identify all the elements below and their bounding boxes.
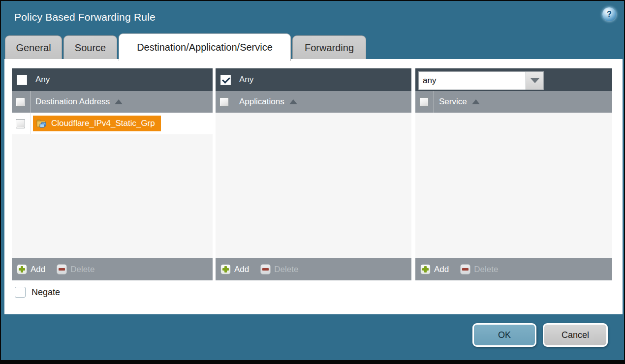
tab-general[interactable]: General: [5, 35, 62, 60]
ok-button[interactable]: OK: [472, 323, 536, 347]
dialog-title: Policy Based Forwarding Rule: [1, 11, 156, 23]
destination-list: Cloudflare_IPv4_Static_Grp: [12, 113, 213, 258]
applications-header[interactable]: Applications: [216, 91, 411, 113]
destination-any-bar: Any: [12, 68, 213, 91]
destination-header-label: Destination Address: [35, 97, 110, 107]
service-add-icon[interactable]: [420, 264, 431, 274]
applications-delete-button[interactable]: Delete: [274, 265, 298, 274]
applications-column: Any Applications Add Delete: [216, 68, 411, 280]
chevron-down-icon: [531, 78, 539, 83]
applications-header-label: Applications: [239, 97, 284, 107]
service-list: [415, 113, 612, 258]
destination-add-icon[interactable]: [17, 264, 27, 274]
destination-selected-item[interactable]: Cloudflare_IPv4_Static_Grp: [33, 116, 161, 131]
tab-content-panel: Any Destination Address: [4, 59, 623, 314]
destination-row-cloudflare[interactable]: Cloudflare_IPv4_Static_Grp: [12, 113, 213, 134]
tab-source[interactable]: Source: [63, 35, 117, 60]
negate-checkbox[interactable]: [15, 287, 26, 298]
service-dropdown-input[interactable]: [418, 71, 526, 90]
destination-any-label: Any: [35, 75, 50, 85]
service-dropdown-button[interactable]: [526, 71, 544, 90]
dialog-actions: OK Cancel: [472, 323, 608, 347]
destination-row-checkbox[interactable]: [16, 119, 25, 128]
service-header[interactable]: Service: [415, 91, 612, 113]
destination-toolbar: Add Delete: [12, 258, 213, 280]
service-select-all-checkbox[interactable]: [419, 97, 429, 107]
service-toolbar: Add Delete: [415, 258, 612, 280]
applications-select-all-checkbox[interactable]: [219, 97, 229, 107]
cancel-button[interactable]: Cancel: [543, 323, 608, 347]
service-any-bar: [415, 68, 612, 91]
sort-ascending-icon: [289, 99, 297, 104]
negate-row: Negate: [15, 287, 60, 298]
address-group-icon: [36, 119, 47, 128]
service-column: Service Add Delete: [415, 68, 612, 280]
applications-any-checkbox[interactable]: [220, 75, 231, 85]
sort-ascending-icon: [115, 99, 123, 104]
applications-add-button[interactable]: Add: [234, 265, 249, 274]
destination-delete-icon[interactable]: [57, 264, 67, 274]
sort-ascending-icon: [472, 99, 480, 104]
service-delete-icon[interactable]: [460, 264, 470, 274]
tab-destination-application-service[interactable]: Destination/Application/Service: [119, 33, 291, 61]
applications-toolbar: Add Delete: [216, 258, 411, 280]
help-icon[interactable]: ?: [602, 7, 616, 21]
service-delete-button[interactable]: Delete: [474, 265, 498, 274]
applications-add-icon[interactable]: [220, 264, 231, 274]
destination-delete-button[interactable]: Delete: [70, 265, 94, 274]
destination-address-header[interactable]: Destination Address: [12, 91, 213, 113]
destination-address-column: Any Destination Address: [12, 68, 213, 280]
applications-delete-icon[interactable]: [260, 264, 271, 274]
pbf-rule-dialog: Policy Based Forwarding Rule ? General S…: [0, 0, 625, 364]
negate-label: Negate: [31, 287, 60, 298]
destination-item-label: Cloudflare_IPv4_Static_Grp: [51, 119, 155, 128]
destination-any-checkbox[interactable]: [17, 75, 27, 85]
dialog-title-bar: Policy Based Forwarding Rule ?: [1, 1, 624, 33]
destination-add-button[interactable]: Add: [31, 265, 45, 274]
tab-forwarding[interactable]: Forwarding: [292, 35, 366, 60]
service-dropdown: [418, 71, 544, 90]
applications-any-bar: Any: [216, 68, 411, 91]
destination-select-all-checkbox[interactable]: [16, 97, 25, 107]
applications-any-label: Any: [239, 75, 253, 85]
applications-list: [216, 113, 411, 258]
service-add-button[interactable]: Add: [434, 265, 449, 274]
service-header-label: Service: [439, 97, 467, 107]
